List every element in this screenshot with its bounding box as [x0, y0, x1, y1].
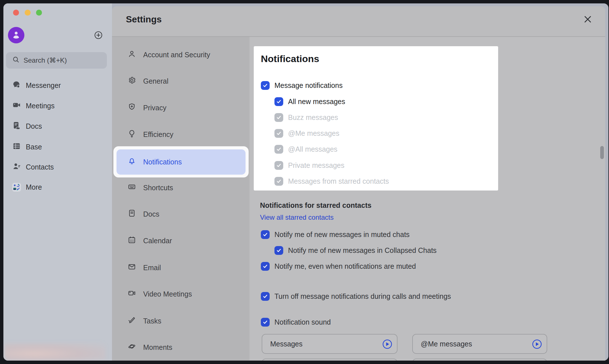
- checkbox-label: @All messages: [288, 145, 337, 153]
- checkbox-checked[interactable]: [261, 230, 270, 239]
- traffic-close-button[interactable]: [13, 10, 19, 16]
- checkbox-row-at-me-messages: @Me messages: [274, 129, 339, 138]
- close-button[interactable]: [583, 14, 593, 24]
- contacts-icon: [12, 162, 21, 172]
- nav-item-shortcuts[interactable]: Shortcuts: [128, 181, 173, 194]
- sound-select-at-me-messages[interactable]: @Me messages: [412, 334, 547, 354]
- sidebar-item-more[interactable]: More: [12, 181, 42, 193]
- checkbox-checked[interactable]: [261, 292, 270, 301]
- settings-title: Settings: [126, 14, 162, 25]
- view-all-starred-contacts-link[interactable]: View all starred contacts: [260, 213, 334, 221]
- checkbox-row-private-messages: Private messages: [274, 161, 344, 170]
- avatar[interactable]: [8, 27, 24, 43]
- checkbox-label: Notification sound: [274, 318, 331, 326]
- checkbox-row-notify-when-muted[interactable]: Notify me, even when notifications are m…: [261, 262, 416, 271]
- sidebar-item-contacts[interactable]: Contacts: [12, 161, 54, 173]
- play-sound-button[interactable]: [532, 339, 542, 349]
- sound-select-value: Messages: [270, 340, 303, 348]
- table-grid-icon: [12, 142, 21, 152]
- checkbox-label: Notify me, even when notifications are m…: [274, 262, 416, 270]
- nav-item-email[interactable]: Email: [128, 261, 161, 274]
- add-button[interactable]: [94, 31, 103, 40]
- nav-item-tasks[interactable]: Tasks: [128, 315, 161, 327]
- checkbox-row-buzz-messages: Buzz messages: [274, 113, 338, 122]
- checkbox-label: Notify me of new messages in muted chats: [274, 230, 410, 239]
- sound-select-partial-left[interactable]: [262, 359, 397, 361]
- checkbox-checked[interactable]: [274, 97, 283, 106]
- checkbox-row-notification-sound[interactable]: Notification sound: [261, 318, 331, 327]
- more-apps-icon: [12, 183, 21, 192]
- checkbox-row-turn-off-during-calls[interactable]: Turn off message notifications during ca…: [261, 292, 451, 301]
- search-input[interactable]: Search (⌘+K): [6, 52, 107, 69]
- app-sidebar: Search (⌘+K) Messenger Meetings Docs Bas…: [3, 3, 112, 361]
- sidebar-item-label: Messenger: [26, 81, 61, 90]
- checkbox-label: Turn off message notifications during ca…: [274, 292, 451, 300]
- checkbox-disabled: [274, 145, 283, 154]
- keyboard-icon: [128, 183, 136, 193]
- nav-item-label: Video Meetings: [143, 290, 192, 298]
- video-camera-outline-icon: [128, 289, 136, 299]
- checkbox-label: Notify me of new messages in Collapsed C…: [288, 246, 437, 255]
- nav-item-label: Email: [143, 264, 161, 272]
- sidebar-item-base[interactable]: Base: [12, 141, 42, 153]
- nav-item-efficiency[interactable]: Efficiency: [128, 128, 174, 141]
- checkbox-disabled: [274, 177, 283, 186]
- scrollbar-thumb[interactable]: [600, 146, 604, 159]
- envelope-icon: [128, 263, 136, 273]
- checkbox-row-all-new-messages[interactable]: All new messages: [274, 97, 345, 106]
- wallpaper-blob: [5, 343, 105, 361]
- nav-item-privacy[interactable]: Privacy: [128, 101, 166, 114]
- checkbox-row-muted-chats[interactable]: Notify me of new messages in muted chats: [261, 230, 410, 239]
- sidebar-item-label: More: [26, 183, 42, 191]
- screen: Search (⌘+K) Messenger Meetings Docs Bas…: [0, 0, 609, 364]
- gear-icon: [128, 76, 136, 86]
- nav-item-docs[interactable]: Docs: [128, 208, 159, 220]
- sidebar-item-label: Docs: [26, 122, 42, 130]
- person-icon: [128, 50, 136, 60]
- sidebar-item-messenger[interactable]: Messenger: [12, 79, 61, 92]
- checkbox-checked[interactable]: [261, 318, 270, 327]
- nav-item-label: Shortcuts: [143, 184, 173, 192]
- sound-select-value: @Me messages: [421, 340, 472, 348]
- nav-item-label: Moments: [143, 343, 172, 352]
- nav-item-general[interactable]: General: [128, 75, 168, 87]
- checkbox-checked[interactable]: [261, 81, 270, 90]
- nav-item-moments[interactable]: Moments: [128, 341, 172, 354]
- nav-item-calendar[interactable]: Calendar: [128, 234, 172, 247]
- settings-header: Settings: [112, 6, 605, 36]
- nav-item-label: Account and Security: [143, 51, 210, 59]
- user-icon: [11, 30, 21, 41]
- checkbox-disabled: [274, 161, 283, 170]
- nav-item-label: Tasks: [143, 317, 161, 325]
- nav-item-notifications[interactable]: Notifications: [128, 156, 182, 168]
- close-icon: [583, 20, 593, 25]
- document-icon: [12, 121, 21, 132]
- section-heading-starred-contacts: Notifications for starred contacts: [260, 201, 371, 209]
- nav-item-label: Calendar: [143, 237, 172, 245]
- bell-icon: [128, 157, 136, 167]
- traffic-minimize-button[interactable]: [25, 10, 31, 16]
- page-title: Notifications: [261, 53, 319, 64]
- checkbox-checked[interactable]: [274, 246, 283, 255]
- checkbox-disabled: [274, 113, 283, 122]
- sidebar-item-meetings[interactable]: Meetings: [12, 100, 54, 112]
- play-sound-button[interactable]: [382, 339, 392, 349]
- planet-icon: [128, 342, 136, 352]
- nav-item-label: Efficiency: [143, 130, 174, 139]
- nav-item-account-and-security[interactable]: Account and Security: [128, 48, 210, 61]
- sound-select-partial-right[interactable]: [412, 359, 547, 361]
- checkbox-row-message-notifications[interactable]: Message notifications: [261, 81, 342, 90]
- sidebar-item-docs[interactable]: Docs: [12, 120, 42, 132]
- shield-plus-icon: [128, 103, 136, 113]
- traffic-zoom-button[interactable]: [36, 10, 42, 16]
- settings-modal: Settings Account and Security General Pr…: [112, 6, 605, 361]
- nav-item-label: General: [143, 77, 168, 85]
- nav-item-video-meetings[interactable]: Video Meetings: [128, 288, 192, 300]
- tasks-check-icon: [128, 316, 136, 326]
- checkbox-row-collapsed-chats[interactable]: Notify me of new messages in Collapsed C…: [274, 246, 437, 255]
- sidebar-item-label: Contacts: [26, 163, 54, 171]
- sound-select-messages[interactable]: Messages: [262, 334, 397, 354]
- nav-item-label: Notifications: [143, 158, 182, 166]
- checkbox-checked[interactable]: [261, 262, 270, 271]
- video-camera-icon: [12, 101, 21, 111]
